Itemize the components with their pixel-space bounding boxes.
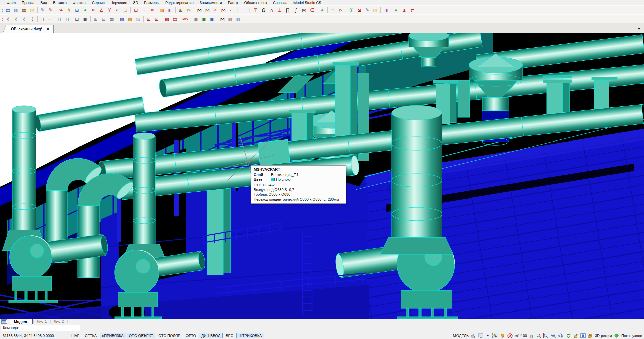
selection-cycling-icon[interactable] [492,333,498,338]
box-hidden-icon[interactable]: □ [121,6,129,14]
lock-ui-icon[interactable] [470,333,476,338]
menu-item-service[interactable]: Сервис [89,0,108,5]
menu-item-constraints[interactable]: Зависимости [197,0,225,5]
image-green-icon[interactable]: ▣ [200,15,208,23]
zoom-object-icon[interactable] [551,333,556,338]
hand-apply-icon[interactable]: ⊳ [337,6,345,14]
menu-item-format[interactable]: Формат [70,0,89,5]
dn-sphere-icon[interactable]: ● [81,6,89,14]
save-all-icon[interactable]: ◫ [63,15,71,23]
paste-icon[interactable]: ⊟ [100,15,108,23]
pipe-branch-icon[interactable]: Y [105,6,113,14]
xref-icon[interactable]: ⋈ [218,15,226,23]
table-export-icon[interactable]: → [140,6,148,14]
menu-item-insert[interactable]: Вставка [50,0,70,5]
grid-axes-icon[interactable]: ⊞ [73,6,81,14]
document-tab[interactable]: ОВ_скрины.dwg* ✕ [7,25,54,33]
level-down-icon[interactable]: ≥ [400,6,408,14]
layout-tab-лист2[interactable]: Лист2 [51,319,66,324]
palette-grad-icon[interactable]: ◨ [382,6,390,14]
valve-insert-icon[interactable]: ⋈ [219,6,227,14]
toolbar-grip[interactable] [1,1,2,5]
show-nodes-icon[interactable] [614,333,620,338]
lightning-icon[interactable]: ↯ [65,6,73,14]
lamp-on-icon[interactable] [500,333,505,338]
bowtie-icon[interactable]: ⋈ [300,6,308,14]
annotation-scale-label[interactable]: m1:100 [515,334,527,338]
portal-icon[interactable]: ∏ [284,6,292,14]
save-file-icon[interactable]: ◫ [55,15,63,23]
drawing-viewport[interactable]: MSHVACPART СлойВентиляция_П1ЦветПо слою … [0,33,644,319]
hand-set-icon[interactable]: ⊳ [185,6,193,14]
box-copy-icon[interactable]: ▨ [134,15,142,23]
valve-cut-icon[interactable]: ✕ [211,6,219,14]
cl-marker-icon[interactable]: CL [57,6,65,14]
hatch-icon[interactable]: ▨ [163,15,171,23]
brush-copy-icon[interactable]: ✎ [39,6,47,14]
lock-open-icon[interactable] [573,333,579,338]
show-nodes-label[interactable]: Показ узлов [621,334,642,338]
menu-item-editing[interactable]: Редактирование [162,0,197,5]
menu-item-point-clouds[interactable]: Облака точек [241,0,270,5]
status-toggle-орто[interactable]: ОРТО [183,333,198,338]
image-attach-icon[interactable]: ▣ [192,15,200,23]
dn-set-icon[interactable]: ● [318,6,326,14]
pipe-slope-icon[interactable]: ∠ [97,6,105,14]
model-3d-icon[interactable]: ▧ [28,6,36,14]
viewport-frame-icon[interactable] [580,333,586,338]
new-file-icon[interactable]: ▯ [39,15,47,23]
valve-icon[interactable]: ⋈ [195,6,203,14]
command-input[interactable]: Команда: [1,325,80,331]
tee-right-icon[interactable]: ⊢ [235,6,244,14]
valve-box-icon[interactable]: ⊠ [355,6,363,14]
menu-item-model-studio[interactable]: Model Studio CS [290,0,324,5]
menu-item-raster[interactable]: Растр [225,0,241,5]
plot-preview-icon[interactable]: ⊡ [73,15,81,23]
toolbar-grip[interactable] [1,17,3,21]
hatch2-icon[interactable]: ▤ [171,15,179,23]
status-toggle-дин-ввод[interactable]: ДИН-ВВОД [199,333,223,338]
hanger-icon[interactable]: ⊥ [276,6,284,14]
close-icon[interactable]: ✕ [46,27,50,31]
scale-k1-icon[interactable]: ℓ [4,15,12,23]
dn-green-icon[interactable]: ● [392,6,400,14]
pan-hand-icon[interactable] [529,333,534,338]
tee-left-icon[interactable]: ⊣ [244,6,252,14]
copy-icon[interactable]: ⊞ [92,15,100,23]
status-toggle-отс-объект[interactable]: ОТС-ОБЪЕКТ [127,333,155,338]
open-file-icon[interactable]: ▱ [47,15,55,23]
start-icon[interactable]: СТ [113,6,121,14]
arch-duct-icon[interactable]: ∩ [268,6,276,14]
sheet-list-icon[interactable] [1,319,7,324]
edit-table-icon[interactable]: ▦ [20,6,28,14]
menu-item-view[interactable]: Вид [37,0,50,5]
status-toggle-шаг[interactable]: ШАГ [69,333,82,338]
view-red2-icon[interactable]: ⊡ [153,15,161,23]
regen-icon[interactable] [566,333,571,338]
menu-item-dimensions[interactable]: Размеры [141,0,162,5]
box-blue-icon[interactable]: ▧ [118,15,126,23]
status-dropdown-icon[interactable]: ▼ [485,333,491,338]
menu-item-file[interactable]: Файл [4,0,19,5]
swap-icon[interactable]: ⇄ [408,6,416,14]
pipe-trace-icon[interactable]: ≈ [89,6,97,14]
menu-item-3d[interactable]: 3D [130,0,141,5]
box-3d-icon[interactable]: ▧ [126,15,134,23]
orbit-icon[interactable] [558,333,564,338]
image-blue-icon[interactable]: ▣ [208,15,216,23]
status-toggle-штриховка[interactable]: ШТРИХОВКА [236,333,264,338]
box-orange-icon[interactable]: ▧ [371,6,379,14]
axes-table-icon[interactable]: ⊞ [177,6,185,14]
scale-k2-icon[interactable]: ℓ [12,15,20,23]
branch-in-icon[interactable]: ∈ [308,6,316,14]
status-toggle-сетка[interactable]: СЕТКА [82,333,99,338]
lamp-off-icon[interactable] [507,333,513,338]
brush-clear-icon[interactable]: ✎ [47,6,55,14]
clean-screen-icon[interactable] [478,333,483,338]
pdf-export-icon[interactable]: PDF [148,6,156,14]
valve-flanged-icon[interactable]: ⋈ [203,6,211,14]
menu-item-draw[interactable]: Черчение [108,0,130,5]
loop-icon[interactable]: Ω [260,6,268,14]
scale-k4-icon[interactable]: ℓ [28,15,36,23]
props-paint-icon[interactable]: ▦ [108,15,116,23]
